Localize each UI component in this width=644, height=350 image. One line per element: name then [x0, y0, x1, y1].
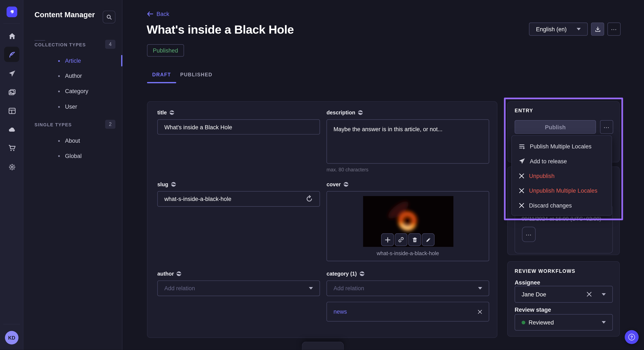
media-library-icon[interactable] [8, 88, 16, 97]
author-field-label: author [158, 271, 182, 277]
menu-item-unpublish[interactable]: Unpublish [512, 169, 612, 183]
home-icon[interactable] [8, 32, 16, 40]
clear-assignee-icon[interactable] [586, 292, 592, 297]
description-textarea[interactable]: Maybe the answer is in this article, or … [326, 119, 489, 164]
stage-value: Reviewed [528, 319, 554, 326]
cover-field-label: cover [326, 181, 348, 187]
search-icon [106, 14, 112, 20]
entry-more-button[interactable]: … [600, 120, 613, 134]
strapi-logo-glyph [9, 9, 15, 15]
entry-heading: ENTRY [515, 108, 533, 114]
single-types-count-badge: 2 [105, 120, 116, 129]
remove-relation-icon[interactable] [478, 309, 482, 314]
cross-icon [519, 188, 524, 193]
slug-input[interactable] [158, 191, 320, 207]
pencil-icon [425, 237, 431, 243]
search-button[interactable] [103, 11, 116, 23]
cloud-icon[interactable] [8, 126, 16, 134]
page-title: What's inside a Black Hole [147, 23, 294, 37]
subnav-title: Content Manager [34, 11, 95, 19]
locale-select[interactable]: English (en) [529, 22, 588, 36]
slug-field-label: slug [158, 181, 176, 187]
back-arrow-icon [147, 11, 153, 16]
description-field-label: description [326, 110, 363, 116]
sidebar-item-category[interactable]: • Category [58, 85, 136, 97]
status-badge: Published [147, 44, 184, 57]
sidebar-item-global[interactable]: • Global [58, 150, 136, 162]
menu-item-unpublish-multiple-locales[interactable]: Unpublish Multiple Locales [512, 183, 612, 198]
menu-item-publish-multiple-locales[interactable]: Publish Multiple Locales [512, 139, 612, 154]
relation-link[interactable]: news [334, 308, 347, 315]
globe-icon [171, 181, 176, 187]
cross-icon [519, 203, 524, 208]
entry-actions-menu: Publish Multiple Locales Add to release … [511, 135, 612, 216]
title-field-label: title [158, 110, 175, 116]
plus-icon [384, 237, 390, 243]
link-icon [398, 237, 404, 243]
send-icon [519, 158, 526, 165]
tab-published[interactable]: PUBLISHED [176, 67, 216, 82]
category-placeholder: Add relation [334, 285, 364, 292]
chevron-down-icon [602, 293, 606, 296]
list-plus-icon [519, 143, 526, 150]
strapi-logo[interactable] [6, 6, 17, 17]
assignee-label: Assignee [515, 279, 540, 286]
description-hint: max. 80 characters [326, 167, 368, 173]
sidebar-item-user[interactable]: • User [58, 101, 136, 112]
subnav-divider [34, 40, 45, 41]
bullet-icon: • [58, 104, 60, 110]
cover-filename: what-s-inside-a-black-hole [327, 250, 489, 256]
content-manager-feather-icon[interactable] [8, 50, 16, 59]
tab-draft[interactable]: DRAFT [147, 67, 176, 82]
single-types-heading: SINGLE TYPES [34, 122, 72, 127]
bullet-icon: • [58, 88, 60, 94]
menu-item-add-to-release[interactable]: Add to release [512, 154, 612, 169]
app-root: KD Content Manager COLLECTION TYPES 4 • … [0, 0, 644, 350]
bullet-icon: • [58, 138, 60, 144]
bullet-icon: • [58, 153, 60, 159]
content-type-builder-icon[interactable] [8, 107, 16, 115]
add-media-button[interactable] [381, 233, 394, 246]
sidebar-item-article[interactable]: • Article [58, 55, 136, 66]
globe-icon [359, 271, 364, 276]
globe-icon [343, 181, 348, 187]
schedule-more-button[interactable]: … [522, 227, 536, 242]
sidebar-item-author[interactable]: • Author [58, 70, 136, 82]
relation-item-news: news [326, 302, 489, 322]
export-button[interactable] [591, 22, 604, 36]
nav-rail: KD [0, 0, 24, 350]
chevron-down-icon [478, 287, 482, 290]
regenerate-slug-button[interactable] [306, 195, 314, 203]
assignee-value: Jane Doe [522, 291, 546, 298]
title-input[interactable] [158, 119, 320, 134]
edit-media-button[interactable] [422, 233, 435, 246]
author-relation-select[interactable]: Add relation [158, 280, 320, 296]
category-relation-select[interactable]: Add relation [326, 280, 489, 296]
tab-active-underline [147, 82, 176, 83]
bullet-icon: • [58, 73, 60, 79]
cover-actions [381, 233, 435, 246]
menu-item-discard-changes[interactable]: Discard changes [512, 198, 612, 213]
sidebar-item-about[interactable]: • About [58, 135, 136, 147]
publish-button[interactable]: Publish [515, 120, 596, 134]
releases-send-icon[interactable] [8, 69, 16, 78]
review-stage-combobox[interactable]: Reviewed [515, 314, 613, 331]
refresh-icon [306, 195, 313, 203]
copy-link-button[interactable] [394, 233, 408, 246]
assignee-combobox[interactable]: Jane Doe [515, 286, 613, 303]
back-link[interactable]: Back [147, 11, 169, 17]
bullet-icon: • [58, 58, 60, 64]
header-more-button[interactable]: … [607, 22, 620, 36]
marketplace-cart-icon[interactable] [8, 144, 16, 152]
chevron-down-icon [602, 321, 606, 324]
help-button[interactable]: ? [624, 330, 639, 344]
delete-media-button[interactable] [408, 233, 421, 246]
settings-gear-icon[interactable] [8, 163, 16, 171]
rail-divider-top [3, 23, 20, 24]
category-field-label: category (1) [326, 271, 364, 277]
collection-types-count-badge: 4 [105, 40, 116, 49]
avatar[interactable]: KD [5, 331, 18, 345]
globe-icon [358, 110, 363, 115]
collection-types-heading: COLLECTION TYPES [34, 42, 86, 47]
trash-icon [412, 237, 418, 243]
